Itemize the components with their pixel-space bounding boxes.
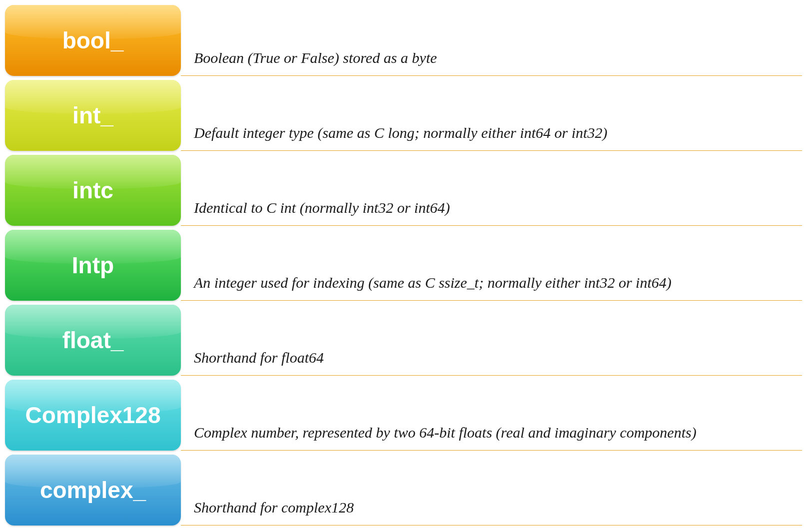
type-label: Intp [72, 252, 114, 279]
type-badge: float_ [5, 305, 181, 376]
type-label: complex_ [40, 477, 146, 504]
type-row: Complex128Complex number, represented by… [5, 380, 807, 451]
type-badge: Intp [5, 230, 181, 301]
type-description: Default integer type (same as C long; no… [181, 80, 802, 151]
type-badge: intc [5, 155, 181, 226]
type-badge: int_ [5, 80, 181, 151]
type-description: Boolean (True or False) stored as a byte [181, 5, 802, 76]
type-label: bool_ [62, 27, 124, 54]
type-description: Shorthand for complex128 [181, 455, 802, 526]
type-row: intcIdentical to C int (normally int32 o… [5, 155, 807, 226]
type-row: float_Shorthand for float64 [5, 305, 807, 376]
type-description: Complex number, represented by two 64-bi… [181, 380, 802, 451]
type-description: Shorthand for float64 [181, 305, 802, 376]
type-label: int_ [72, 102, 113, 129]
type-badge: complex_ [5, 455, 181, 526]
type-badge: Complex128 [5, 380, 181, 451]
type-label: Complex128 [25, 402, 160, 429]
type-list: bool_Boolean (True or False) stored as a… [5, 5, 807, 526]
type-row: bool_Boolean (True or False) stored as a… [5, 5, 807, 76]
type-label: float_ [62, 327, 124, 354]
type-row: complex_Shorthand for complex128 [5, 455, 807, 526]
type-row: int_Default integer type (same as C long… [5, 80, 807, 151]
type-badge: bool_ [5, 5, 181, 76]
type-row: IntpAn integer used for indexing (same a… [5, 230, 807, 301]
type-description: An integer used for indexing (same as C … [181, 230, 802, 301]
type-label: intc [72, 177, 113, 204]
type-description: Identical to C int (normally int32 or in… [181, 155, 802, 226]
